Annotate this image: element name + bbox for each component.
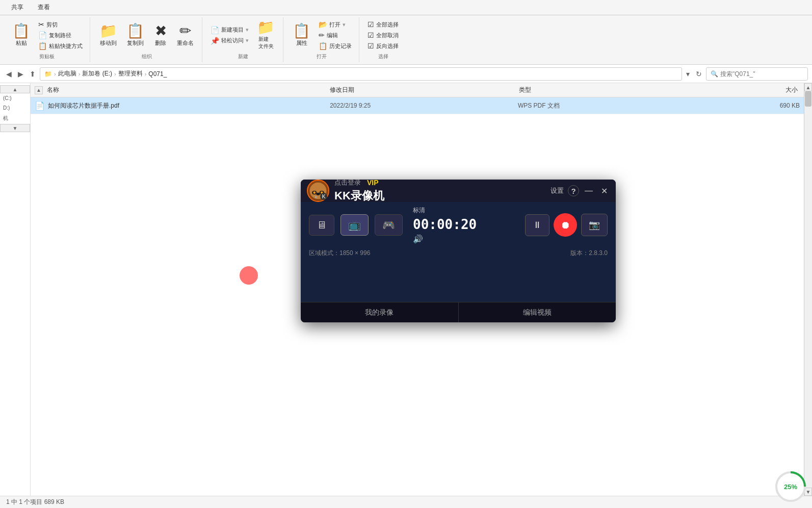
kk-help-button[interactable]: ?: [568, 185, 579, 196]
easy-access-button[interactable]: 📌 轻松访问 ▾: [207, 36, 252, 46]
open-icon: 📂: [319, 20, 327, 29]
nav-up-button[interactable]: ⬆: [28, 69, 38, 79]
refresh-button[interactable]: ↻: [694, 69, 704, 79]
address-bar: ◀ ▶ ⬆ 📁 › 此电脑 › 新加卷 (E:) › 整理资料 › Q071_ …: [0, 65, 812, 83]
kk-login-text[interactable]: 点击登录: [334, 180, 361, 187]
pdf-icon: 📄: [35, 100, 45, 111]
select-all-button[interactable]: ☑ 全部选择: [364, 19, 402, 30]
sidebar-c-drive[interactable]: (C:): [0, 93, 30, 103]
properties-button[interactable]: 📋 属性: [289, 22, 315, 49]
scroll-thumb-area[interactable]: [804, 91, 812, 488]
open-label: 打开: [317, 53, 327, 61]
cut-button[interactable]: ✂ 剪切: [35, 19, 86, 30]
breadcrumb-subfolder[interactable]: Q071_: [148, 70, 167, 78]
breadcrumb-drive[interactable]: 新加卷 (E:): [82, 69, 112, 78]
paste-shortcut-button[interactable]: 📋 粘贴快捷方式: [35, 41, 86, 51]
kk-recorder-window: K 点击登录 VIP KK录像机 设置 ? — ✕ 🖥: [301, 180, 616, 322]
kk-record-button[interactable]: ⏺: [554, 213, 577, 237]
copy-to-button[interactable]: 📋 复制到: [122, 22, 148, 49]
invert-select-button[interactable]: ☑ 反向选择: [364, 41, 402, 51]
move-to-button[interactable]: 📁 移动到: [95, 22, 121, 49]
rename-icon: ✏: [179, 24, 191, 38]
open-col: 📂 打开 ▾ ✏ 编辑 📋 历史记录: [316, 19, 355, 51]
vertical-scrollbar[interactable]: ▲ ▼: [804, 83, 812, 496]
search-input[interactable]: [720, 70, 803, 78]
kk-pause-button[interactable]: ⏸: [525, 214, 549, 236]
col-header-type[interactable]: 类型: [517, 86, 705, 94]
breadcrumb-this-pc[interactable]: 此电脑: [58, 69, 76, 78]
kk-settings-button[interactable]: 设置: [551, 186, 564, 195]
kk-minimize-button[interactable]: —: [583, 185, 594, 196]
new-item-icon: 📄: [211, 26, 219, 34]
select-none-icon: ☑: [368, 31, 374, 39]
status-bar: 1 中 1 个项目 689 KB: [0, 496, 812, 508]
paste-shortcut-icon: 📋: [38, 42, 47, 50]
ribbon-content: 📋 粘贴 ✂ 剪切 📄 复制路径 📋: [0, 15, 812, 64]
edit-button[interactable]: ✏ 编辑: [316, 30, 355, 40]
clipboard-label: 剪贴板: [39, 53, 55, 61]
ribbon-tab-share[interactable]: 共享: [4, 0, 31, 15]
kk-gamepad-button[interactable]: 🎮: [375, 214, 403, 236]
kk-version-info: 版本：2.8.3.0: [570, 249, 608, 258]
organize-buttons: 📁 移动到 📋 复制到 ✖ 删除 ✏ 重命名: [95, 18, 198, 52]
scroll-up-arrow[interactable]: ▲: [804, 83, 812, 91]
search-box[interactable]: 🔍: [706, 67, 808, 81]
kk-region-button[interactable]: 📺: [340, 214, 369, 236]
file-name: 如何阅读芯片数据手册.pdf: [48, 101, 330, 110]
col-header-name[interactable]: 名称: [45, 86, 328, 94]
sidebar-machine[interactable]: 机: [0, 113, 30, 124]
pause-icon: ⏸: [533, 220, 542, 231]
search-icon: 🔍: [711, 70, 718, 78]
svg-point-3: [320, 191, 324, 194]
breadcrumb-computer[interactable]: 📁: [44, 70, 52, 78]
camera-icon: 📷: [589, 219, 600, 231]
new-folder-button[interactable]: 📁 新建文件夹: [253, 18, 279, 52]
sidebar-scroll-up[interactable]: ▲: [0, 85, 30, 93]
copy-path-button[interactable]: 📄 复制路径: [35, 30, 86, 40]
kk-logo-svg: K: [308, 180, 328, 202]
ribbon: 共享 查看 📋 粘贴 ✂ 剪切 📄: [0, 0, 812, 65]
dropdown-button[interactable]: ▾: [684, 69, 692, 79]
organize-group: 📁 移动到 📋 复制到 ✖ 删除 ✏ 重命名: [91, 17, 202, 62]
new-buttons: 📄 新建项目 ▾ 📌 轻松访问 ▾ 📁 新建文件夹: [207, 18, 279, 52]
file-type: WPS PDF 文档: [518, 101, 706, 110]
history-button[interactable]: 📋 历史记录: [316, 41, 355, 51]
edit-icon: ✏: [319, 31, 325, 39]
rename-button[interactable]: ✏ 重命名: [173, 22, 198, 49]
clipboard-col: ✂ 剪切 📄 复制路径 📋 粘贴快捷方式: [35, 19, 86, 51]
breadcrumb-folder[interactable]: 整理资料: [118, 69, 143, 78]
svg-point-1: [310, 183, 327, 199]
copy-path-icon: 📄: [38, 31, 47, 39]
kk-my-recordings-button[interactable]: 我的录像: [301, 302, 459, 322]
open-button[interactable]: 📂 打开 ▾: [316, 19, 355, 30]
new-folder-icon: 📁: [257, 20, 275, 35]
kk-action-buttons: ⏸ ⏺ 📷: [525, 213, 608, 237]
clipboard-buttons: 📋 粘贴 ✂ 剪切 📄 复制路径 📋: [8, 18, 86, 52]
kk-edit-video-button[interactable]: 编辑视频: [459, 302, 616, 322]
paste-button[interactable]: 📋 粘贴: [8, 22, 34, 49]
sidebar-scroll-down[interactable]: ▼: [0, 124, 30, 132]
col-header-size[interactable]: 大小: [705, 86, 800, 94]
new-col: 📄 新建项目 ▾ 📌 轻松访问 ▾: [207, 25, 252, 46]
select-none-button[interactable]: ☑ 全部取消: [364, 30, 402, 40]
scroll-thumb[interactable]: [805, 91, 811, 107]
kk-title: KK录像机: [334, 188, 384, 204]
col-header-date[interactable]: 修改日期: [328, 86, 516, 94]
history-icon: 📋: [319, 42, 327, 50]
kk-close-button[interactable]: ✕: [598, 185, 610, 196]
open-group: 📋 属性 📂 打开 ▾ ✏ 编辑: [284, 17, 359, 62]
ribbon-tab-view[interactable]: 查看: [31, 0, 57, 15]
select-group: ☑ 全部选择 ☑ 全部取消 ☑ 反向选择 选择: [360, 17, 406, 62]
svg-text:K: K: [315, 195, 318, 199]
nav-forward-button[interactable]: ▶: [16, 69, 25, 79]
kk-footer: 我的录像 编辑视频: [301, 302, 616, 322]
kk-snapshot-button[interactable]: 📷: [581, 214, 608, 236]
delete-button[interactable]: ✖ 删除: [149, 22, 172, 49]
record-icon: ⏺: [560, 219, 570, 231]
kk-screen-button[interactable]: 🖥: [309, 215, 334, 236]
table-row[interactable]: 📄 如何阅读芯片数据手册.pdf 2022/2/19 9:25 WPS PDF …: [31, 97, 804, 114]
new-item-button[interactable]: 📄 新建项目 ▾: [207, 25, 252, 35]
nav-back-button[interactable]: ◀: [4, 69, 14, 79]
sidebar-d-drive[interactable]: D:): [0, 103, 30, 113]
col-header-scroll-up[interactable]: ▲: [35, 86, 43, 94]
